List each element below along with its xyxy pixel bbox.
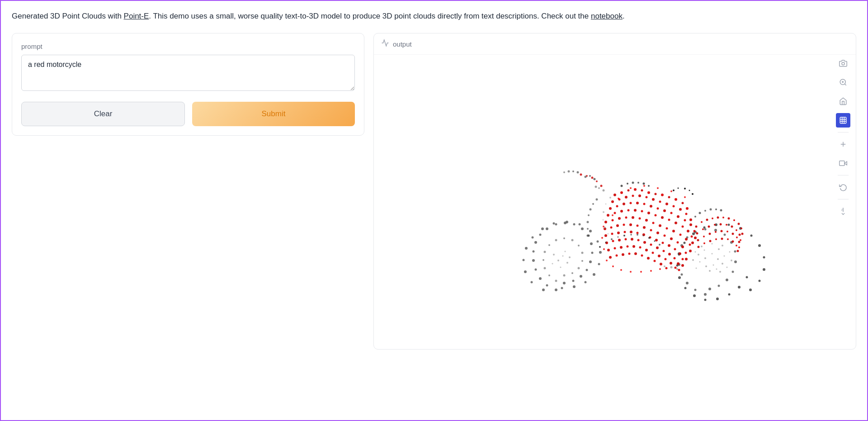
svg-point-175 [663,209,666,212]
svg-point-189 [655,214,657,217]
svg-point-272 [634,252,637,255]
canvas-area[interactable] [374,55,856,344]
svg-point-121 [717,258,719,260]
svg-point-107 [692,232,695,235]
svg-point-131 [709,270,711,272]
svg-point-163 [673,205,675,208]
svg-point-301 [709,233,711,235]
svg-point-36 [563,282,566,284]
svg-point-150 [668,196,670,199]
svg-point-181 [694,237,697,239]
svg-point-298 [740,239,741,241]
svg-point-312 [715,238,717,240]
svg-point-284 [728,218,730,220]
svg-point-32 [589,260,592,263]
svg-point-137 [722,245,723,246]
svg-point-246 [631,238,633,241]
clear-button[interactable]: Clear [21,102,185,126]
svg-point-191 [668,219,670,221]
svg-point-223 [677,241,679,244]
svg-point-285 [733,219,735,221]
svg-point-322 [670,190,672,192]
svg-point-258 [620,246,623,249]
svg-point-231 [630,231,632,233]
svg-point-208 [679,234,682,236]
svg-point-65 [532,237,534,239]
svg-point-355 [589,175,591,177]
svg-point-28 [581,227,584,230]
svg-point-98 [759,280,761,282]
svg-point-159 [646,196,648,199]
svg-point-282 [717,217,719,219]
svg-point-74 [593,273,595,276]
svg-point-341 [598,187,600,189]
svg-point-249 [650,244,652,246]
svg-point-117 [738,286,741,289]
svg-point-16 [555,289,557,291]
svg-point-210 [689,244,691,246]
svg-point-132 [696,268,697,269]
svg-point-58 [553,254,555,255]
svg-point-297 [739,234,741,236]
svg-point-180 [693,230,696,232]
output-header: output [374,33,856,55]
svg-point-99 [763,268,765,271]
svg-point-31 [591,252,594,254]
svg-point-235 [655,239,658,241]
svg-point-196 [691,241,694,244]
svg-point-119 [704,257,706,259]
svg-point-372 [599,246,601,248]
svg-point-321 [657,187,659,189]
svg-point-134 [695,251,696,253]
svg-point-359 [632,182,634,184]
point-e-link[interactable]: Point-E [124,12,149,20]
svg-point-20 [532,259,535,262]
svg-point-323 [684,196,686,198]
svg-point-129 [722,263,723,265]
svg-point-240 [682,258,684,260]
svg-point-147 [647,191,650,194]
svg-point-19 [535,269,537,271]
description-text: Generated 3D Point Clouds with Point-E. … [12,10,645,22]
svg-point-50 [571,272,573,274]
svg-point-248 [643,241,646,244]
prompt-textarea[interactable]: a red motorcycle [21,55,355,91]
svg-point-214 [616,224,619,227]
svg-point-183 [614,212,616,214]
svg-point-61 [531,281,533,284]
notebook-link[interactable]: notebook [591,12,623,20]
svg-point-333 [650,270,652,272]
seat-area [621,182,722,270]
svg-point-310 [703,242,705,244]
svg-point-166 [689,218,692,221]
left-panel: prompt a red motorcycle Clear Submit [12,33,364,136]
handlebars [563,170,605,237]
svg-point-204 [652,222,655,224]
svg-point-317 [737,250,739,252]
svg-point-296 [736,229,737,231]
svg-point-93 [732,271,734,273]
svg-point-225 [685,252,687,254]
left-wheel [523,221,602,291]
svg-point-59 [552,263,553,265]
svg-point-203 [645,219,648,222]
svg-point-245 [625,238,627,241]
submit-button[interactable]: Submit [192,102,355,126]
svg-point-37 [555,280,557,282]
svg-point-328 [606,260,608,261]
svg-point-70 [589,230,592,232]
svg-point-56 [569,256,571,258]
svg-point-54 [566,262,568,264]
svg-point-311 [709,240,712,242]
svg-point-100 [763,256,765,259]
svg-point-167 [609,207,612,210]
svg-point-367 [715,208,717,210]
svg-point-112 [684,287,687,289]
svg-point-148 [655,193,657,195]
svg-point-336 [596,180,598,182]
svg-point-125 [698,254,699,255]
svg-point-250 [656,246,659,249]
svg-point-294 [726,224,727,226]
svg-point-96 [708,288,711,290]
svg-point-193 [682,226,684,228]
